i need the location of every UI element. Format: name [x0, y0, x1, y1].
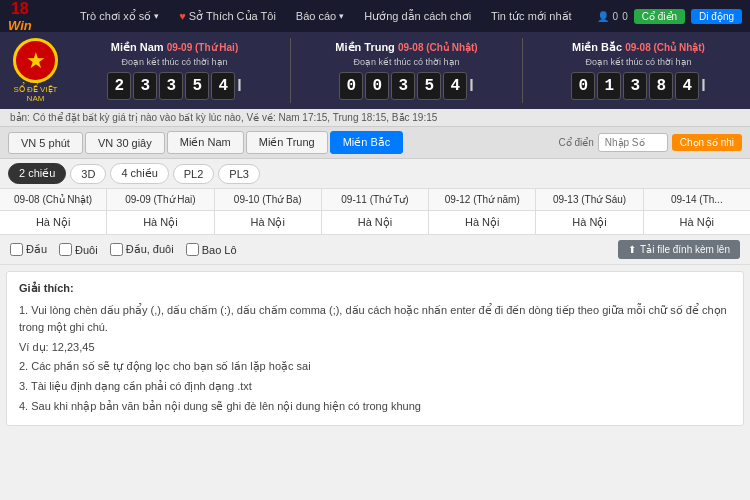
info-bar: bản: Có thể đặt bất kỳ giá trị nào vào b… — [0, 109, 750, 127]
region-trung-date: 09-08 (Chủ Nhật) — [398, 42, 478, 53]
region-trung-deadline: Đoạn kết thúc có thời hạn — [353, 57, 459, 67]
digit-t4: 4 — [443, 72, 467, 100]
sub-tab-row: 2 chiều 3D 4 chiều PL2 PL3 — [0, 159, 750, 189]
region-nam-label: Miền Nam 09-09 (Thứ Hai) — [111, 41, 238, 54]
digit-3: 5 — [185, 72, 209, 100]
divider-2 — [522, 38, 523, 103]
upload-icon: ⬆ — [628, 244, 636, 255]
explanation-title: Giải thích: — [19, 280, 731, 298]
digit-2: 3 — [159, 72, 183, 100]
region-trung-digits: 0 0 3 5 4 l — [339, 72, 473, 100]
digit-b1: 1 — [597, 72, 621, 100]
hanoi-cell-0: Hà Nội — [0, 211, 107, 234]
nav-favorites[interactable]: ♥ Sở Thích Của Tôi — [171, 10, 284, 23]
date-cell-5[interactable]: 09-13 (Thứ Sáu) — [536, 189, 643, 210]
hanoi-cell-5: Hà Nội — [536, 211, 643, 234]
tab2-3d[interactable]: 3D — [70, 164, 106, 184]
hanoi-row: Hà Nội Hà Nội Hà Nội Hà Nội Hà Nội Hà Nộ… — [0, 211, 750, 235]
chk-duoi-input[interactable] — [59, 243, 72, 256]
nav-right-area: 👤 0 0 Cổ điển Di động — [597, 9, 742, 24]
tab-vn30giay[interactable]: VN 30 giây — [85, 132, 165, 154]
so-input[interactable] — [598, 133, 668, 152]
date-cell-0[interactable]: 09-08 (Chủ Nhật) — [0, 189, 107, 210]
digit-4: 4 — [211, 72, 235, 100]
digit-b2: 3 — [623, 72, 647, 100]
chk-bao-lo-input[interactable] — [186, 243, 199, 256]
upload-btn[interactable]: ⬆ Tải file đính kèm lên — [618, 240, 740, 259]
digit-0: 2 — [107, 72, 131, 100]
date-cell-6[interactable]: 09-14 (Th... — [644, 189, 750, 210]
tab2-2chieu[interactable]: 2 chiều — [8, 163, 66, 184]
explanation-item-1: 2. Các phần số sẽ tự động lọc cho bạn số… — [19, 358, 731, 376]
explanation-item-3: 4. Sau khi nhập bản văn bản nội dung sẽ … — [19, 398, 731, 416]
region-bac-label: Miền Bắc 09-08 (Chủ Nhật) — [572, 41, 705, 54]
logo-18: 18 — [11, 0, 29, 18]
heart-icon: ♥ — [179, 10, 186, 22]
chk-bao-lo[interactable]: Bao Lô — [186, 243, 237, 256]
nav-news[interactable]: Tin tức mới nhất — [483, 10, 580, 23]
date-cell-4[interactable]: 09-12 (Thứ năm) — [429, 189, 536, 210]
sode-label: SỔ ĐỂ VIỆT NAM — [8, 85, 63, 103]
region-bac-deadline: Đoạn kết thúc có thời hạn — [585, 57, 691, 67]
explanation-item-example: Ví dụ: 12,23,45 — [19, 339, 731, 357]
region-bac-date: 09-08 (Chủ Nhật) — [625, 42, 705, 53]
tab2-pl3[interactable]: PL3 — [218, 164, 260, 184]
chk-dau-duoi-input[interactable] — [110, 243, 123, 256]
digit-dot3: l — [701, 72, 705, 100]
region-nam-date: 09-09 (Thứ Hai) — [167, 42, 239, 53]
explanation-item-2: 3. Tài liệu định dạng cần phải có định d… — [19, 378, 731, 396]
digit-t2: 3 — [391, 72, 415, 100]
region-mien-nam: Miền Nam 09-09 (Thứ Hai) Đoạn kết thúc c… — [71, 41, 278, 100]
digit-t1: 0 — [365, 72, 389, 100]
nav-guide[interactable]: Hướng dẫn cách chơi — [356, 10, 479, 23]
chk-dau[interactable]: Đầu — [10, 243, 47, 256]
flag-circle: ★ — [13, 38, 58, 83]
hanoi-cell-3: Hà Nội — [322, 211, 429, 234]
btn-mobile[interactable]: Di động — [691, 9, 742, 24]
chevron-down-icon2: ▾ — [339, 11, 344, 21]
co-dien-label: Cổ điển — [558, 137, 593, 148]
chk-dau-duoi[interactable]: Đầu, đuôi — [110, 243, 174, 256]
nav-report[interactable]: Báo cáo ▾ — [288, 10, 352, 22]
tab-mien-trung[interactable]: Miền Trung — [246, 131, 328, 154]
explanation-box: Giải thích: 1. Vui lòng chèn dấu phẩy (,… — [6, 271, 744, 426]
btn-classic[interactable]: Cổ điển — [634, 9, 685, 24]
hanoi-cell-2: Hà Nội — [215, 211, 322, 234]
digit-dot: l — [237, 72, 241, 100]
digit-1: 3 — [133, 72, 157, 100]
digit-b4: 4 — [675, 72, 699, 100]
region-bac-digits: 0 1 3 8 4 l — [571, 72, 705, 100]
main-tab-row: VN 5 phút VN 30 giây Miền Nam Miền Trung… — [0, 127, 750, 159]
checkbox-row: Đầu Đuôi Đầu, đuôi Bao Lô ⬆ Tải file đín… — [0, 235, 750, 265]
date-cell-2[interactable]: 09-10 (Thứ Ba) — [215, 189, 322, 210]
region-mien-trung: Miền Trung 09-08 (Chủ Nhật) Đoạn kết thú… — [303, 41, 510, 100]
logo: 18 Win — [8, 0, 68, 32]
digit-t0: 0 — [339, 72, 363, 100]
date-header-row: 09-08 (Chủ Nhật) 09-09 (Thứ Hai) 09-10 (… — [0, 189, 750, 211]
logo-win: Win — [8, 18, 32, 33]
logo-flag: ★ SỔ ĐỂ VIỆT NAM — [8, 38, 63, 103]
chk-dau-input[interactable] — [10, 243, 23, 256]
lottery-section: ★ SỔ ĐỂ VIỆT NAM Miền Nam 09-09 (Thứ Hai… — [0, 32, 750, 109]
tab-right-area: Cổ điển Chọn số nhi — [558, 133, 742, 152]
chon-so-btn[interactable]: Chọn số nhi — [672, 134, 742, 151]
digit-b0: 0 — [571, 72, 595, 100]
date-cell-1[interactable]: 09-09 (Thứ Hai) — [107, 189, 214, 210]
divider-1 — [290, 38, 291, 103]
hanoi-cell-1: Hà Nội — [107, 211, 214, 234]
tab-mien-nam[interactable]: Miền Nam — [167, 131, 244, 154]
tab-mien-bac[interactable]: Miền Bắc — [330, 131, 404, 154]
tab2-4chieu[interactable]: 4 chiều — [110, 163, 168, 184]
digit-b3: 8 — [649, 72, 673, 100]
star-icon: ★ — [26, 48, 46, 74]
explanation-item-0: 1. Vui lòng chèn dấu phẩy (,), dấu chấm … — [19, 302, 731, 337]
tab2-pl2[interactable]: PL2 — [173, 164, 215, 184]
tab-vn5phut[interactable]: VN 5 phút — [8, 132, 83, 154]
nav-lottery[interactable]: Trò chơi xổ số ▾ — [72, 10, 167, 23]
hanoi-cell-4: Hà Nội — [429, 211, 536, 234]
region-nam-deadline: Đoạn kết thúc có thời hạn — [121, 57, 227, 67]
top-nav: 18 Win Trò chơi xổ số ▾ ♥ Sở Thích Của T… — [0, 0, 750, 32]
date-cell-3[interactable]: 09-11 (Thứ Tư) — [322, 189, 429, 210]
chk-duoi[interactable]: Đuôi — [59, 243, 98, 256]
hanoi-cell-6: Hà Nội — [644, 211, 750, 234]
